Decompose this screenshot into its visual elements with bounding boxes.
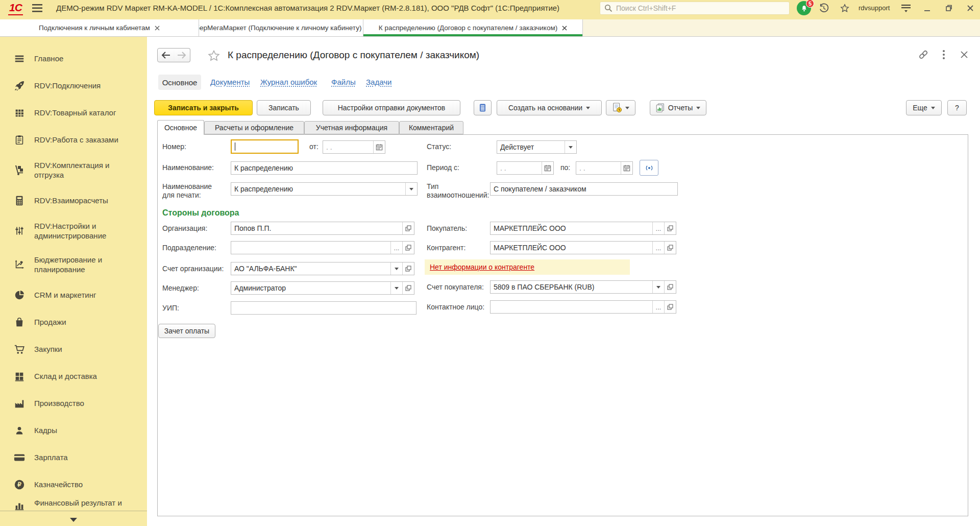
org-account-select[interactable]: АО "АЛЬФА-БАНК": [231, 262, 414, 275]
number-input[interactable]: [231, 139, 299, 154]
choose-ellipsis-icon[interactable]: ...: [652, 222, 664, 234]
sidebar-item-rdv-shipping[interactable]: RDV:Комплектация и отгрузка: [0, 153, 147, 187]
period-to-input[interactable]: . .: [576, 161, 633, 175]
create-document-dropdown-button[interactable]: [606, 100, 635, 115]
sidebar-item-purchases[interactable]: Закупки: [0, 336, 147, 363]
dropdown-arrow-icon[interactable]: [565, 141, 576, 153]
history-icon[interactable]: [818, 3, 830, 14]
uip-input[interactable]: [231, 301, 416, 315]
save-button[interactable]: Записать: [257, 100, 311, 115]
sidebar-item-finresult[interactable]: Финансовый результат и контроллинг: [0, 498, 147, 511]
sidebar-item-main[interactable]: Главное: [0, 45, 147, 72]
period-from-input[interactable]: . .: [497, 161, 554, 175]
sidebar-item-rdv-catalog[interactable]: RDV:Товарный каталог: [0, 99, 147, 126]
choose-ellipsis-icon[interactable]: ...: [390, 242, 402, 254]
department-input[interactable]: ...: [231, 241, 414, 254]
sidebar-item-sales[interactable]: Продажи: [0, 308, 147, 336]
notifications-icon[interactable]: 5: [797, 1, 811, 15]
open-icon[interactable]: [402, 222, 414, 234]
buyer-account-select[interactable]: 5809 в ПАО СБЕРБАНК (RUB): [490, 280, 676, 294]
tab-close-icon[interactable]: [155, 26, 160, 31]
tab-close-icon[interactable]: [562, 26, 567, 31]
sidebar-scroll-down[interactable]: [0, 514, 147, 526]
manager-select[interactable]: Администратор: [231, 281, 414, 295]
close-icon[interactable]: [965, 3, 976, 13]
maximize-icon[interactable]: [943, 3, 954, 13]
nav-link-error-log[interactable]: Журнал ошибок: [260, 78, 317, 86]
open-icon[interactable]: [402, 262, 414, 275]
help-button[interactable]: ?: [947, 100, 967, 115]
sidebar-item-treasury[interactable]: ₽ Казначейство: [0, 471, 147, 498]
sidebar-item-hr[interactable]: Кадры: [0, 417, 147, 444]
create-based-on-button[interactable]: Создать на основании: [497, 100, 602, 115]
form-tab-main[interactable]: Основное: [157, 120, 204, 135]
open-icon[interactable]: [664, 281, 676, 293]
sidebar-item-budgeting[interactable]: Бюджетирование и планирование: [0, 248, 147, 281]
open-icon[interactable]: [664, 301, 676, 313]
name-input[interactable]: К распределению: [231, 161, 418, 175]
window-tab-sbermegamarket[interactable]: СберМегаМаркет (Подключение к личному ка…: [199, 19, 363, 36]
period-signal-button[interactable]: [640, 160, 658, 176]
form-tab-comment[interactable]: Комментарий: [399, 121, 463, 134]
sidebar-item-rdv-orders[interactable]: RDV:Работа с заказами: [0, 126, 147, 153]
sidebar-item-warehouse[interactable]: Склад и доставка: [0, 363, 147, 390]
open-icon[interactable]: [664, 222, 676, 234]
nav-link-tasks[interactable]: Задачи: [366, 78, 391, 86]
dropdown-arrow-icon[interactable]: [405, 183, 417, 195]
choose-ellipsis-icon[interactable]: ...: [652, 242, 664, 254]
open-icon[interactable]: [402, 282, 414, 294]
sidebar-item-rdv-connections[interactable]: RDV:Подключения: [0, 72, 147, 99]
calendar-icon[interactable]: [373, 141, 385, 153]
get-link-icon[interactable]: [917, 49, 930, 60]
favorite-star-icon[interactable]: [208, 50, 220, 64]
more-button[interactable]: Еще: [906, 100, 942, 115]
sidebar-item-production[interactable]: Производство: [0, 390, 147, 417]
organization-input[interactable]: Попов П.П.: [231, 222, 414, 235]
sidebar-item-rdv-settlements[interactable]: RDV:Взаиморасчеты: [0, 187, 147, 214]
structure-list-button[interactable]: [474, 100, 492, 115]
form-tab-accounting[interactable]: Учетная информация: [304, 121, 399, 134]
window-tab-contract[interactable]: К распределению (Договор с покупателем /…: [363, 19, 583, 36]
forward-button[interactable]: [174, 48, 190, 62]
sidebar-item-crm[interactable]: CRM и маркетинг: [0, 281, 147, 308]
nav-link-documents[interactable]: Документы: [210, 78, 250, 86]
calendar-icon[interactable]: [621, 162, 632, 174]
nav-link-files[interactable]: Файлы: [331, 78, 356, 86]
close-form-icon[interactable]: [958, 49, 971, 60]
open-icon[interactable]: [664, 242, 676, 254]
send-settings-button[interactable]: Настройки отправки документов: [323, 100, 460, 115]
from-date-input[interactable]: . .: [323, 140, 385, 154]
reports-button[interactable]: Отчеты: [650, 100, 706, 115]
sidebar-item-salary[interactable]: Зарплата: [0, 444, 147, 471]
dropdown-arrow-icon[interactable]: [652, 281, 664, 293]
nav-link-main-active[interactable]: Основное: [158, 75, 201, 90]
minimize-icon[interactable]: [922, 3, 933, 13]
sidebar-item-rdv-settings[interactable]: RDV:Настройки и администрирование: [0, 214, 147, 248]
choose-ellipsis-icon[interactable]: ...: [652, 301, 664, 313]
dropdown-arrow-icon[interactable]: [390, 282, 402, 294]
favorites-star-icon[interactable]: [839, 3, 851, 14]
bank-card-icon: [13, 451, 26, 464]
save-and-close-button[interactable]: Записать и закрыть: [154, 100, 253, 115]
contact-person-input[interactable]: ...: [490, 300, 676, 314]
no-counterparty-info-link[interactable]: Нет информации о контрагенте: [430, 263, 534, 271]
main-menu-icon[interactable]: [32, 3, 44, 13]
global-search-input[interactable]: Поиск Ctrl+Shift+F: [600, 2, 790, 15]
relation-type-input[interactable]: С покупателем / заказчиком: [490, 182, 678, 196]
more-options-kebab-icon[interactable]: [937, 49, 950, 60]
counterparty-input[interactable]: МАРКЕТПЛЕЙС ООО ...: [490, 241, 676, 254]
current-user-label[interactable]: rdvsupport: [859, 4, 890, 12]
print-name-select[interactable]: К распределению: [231, 182, 418, 196]
sidebar-item-label: RDV:Комплектация и отгрузка: [34, 160, 136, 180]
dropdown-arrow-icon[interactable]: [390, 262, 402, 275]
org-account-value: АО "АЛЬФА-БАНК": [231, 262, 390, 275]
payment-offset-button[interactable]: Зачет оплаты: [158, 324, 215, 338]
window-tab-connections[interactable]: Подключения к личным кабинетам: [0, 19, 199, 36]
status-select[interactable]: Действует: [497, 140, 577, 154]
open-icon[interactable]: [402, 242, 414, 254]
form-tab-calculations[interactable]: Расчеты и оформление: [204, 121, 304, 134]
service-menu-icon[interactable]: [900, 3, 912, 14]
calendar-icon[interactable]: [542, 162, 553, 174]
buyer-input[interactable]: МАРКЕТПЛЕЙС ООО ...: [490, 222, 676, 235]
back-button[interactable]: [157, 48, 174, 62]
